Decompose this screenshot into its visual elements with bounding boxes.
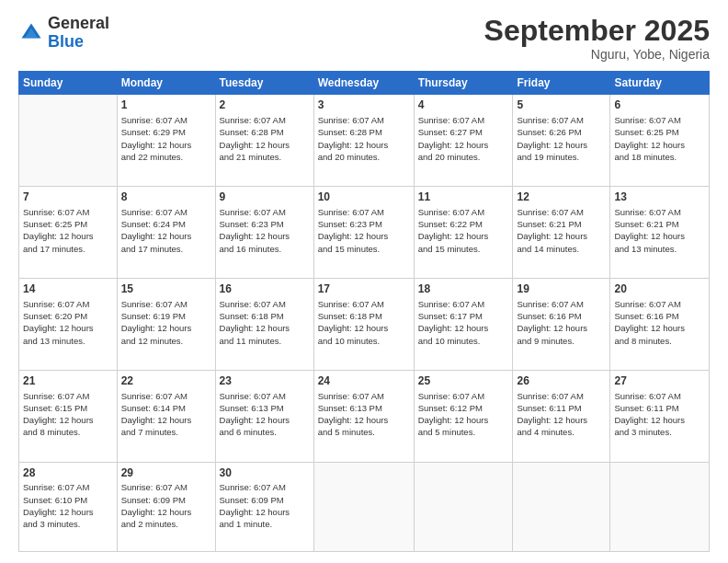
day-number: 26	[517, 373, 606, 389]
weekday-friday: Friday	[513, 72, 610, 95]
day-number: 14	[23, 282, 113, 297]
day-number: 17	[318, 282, 410, 297]
calendar-cell: 13Sunrise: 6:07 AM Sunset: 6:21 PM Dayli…	[610, 187, 710, 279]
day-info: Sunrise: 6:07 AM Sunset: 6:24 PM Dayligh…	[121, 206, 211, 255]
day-number: 8	[121, 190, 211, 205]
calendar-cell: 8Sunrise: 6:07 AM Sunset: 6:24 PM Daylig…	[117, 187, 215, 279]
day-info: Sunrise: 6:07 AM Sunset: 6:18 PM Dayligh…	[318, 298, 410, 347]
calendar-cell: 28Sunrise: 6:07 AM Sunset: 6:10 PM Dayli…	[19, 462, 118, 551]
day-info: Sunrise: 6:07 AM Sunset: 6:21 PM Dayligh…	[517, 206, 606, 255]
logo: General Blue	[18, 15, 109, 52]
day-number: 23	[220, 373, 310, 389]
calendar-week-0: 1Sunrise: 6:07 AM Sunset: 6:29 PM Daylig…	[19, 95, 710, 187]
day-info: Sunrise: 6:07 AM Sunset: 6:22 PM Dayligh…	[418, 206, 509, 255]
day-number: 20	[614, 282, 705, 297]
calendar-cell	[513, 462, 610, 551]
calendar-body: 1Sunrise: 6:07 AM Sunset: 6:29 PM Daylig…	[19, 95, 710, 552]
weekday-header: SundayMondayTuesdayWednesdayThursdayFrid…	[19, 72, 710, 95]
calendar-week-3: 21Sunrise: 6:07 AM Sunset: 6:15 PM Dayli…	[19, 370, 710, 462]
logo-text: General Blue	[48, 15, 109, 52]
title-block: September 2025 Nguru, Yobe, Nigeria	[484, 15, 710, 62]
day-info: Sunrise: 6:07 AM Sunset: 6:19 PM Dayligh…	[121, 298, 211, 347]
calendar-cell: 14Sunrise: 6:07 AM Sunset: 6:20 PM Dayli…	[19, 278, 118, 370]
day-info: Sunrise: 6:07 AM Sunset: 6:28 PM Dayligh…	[318, 114, 410, 163]
day-number: 15	[121, 282, 211, 297]
header: General Blue September 2025 Nguru, Yobe,…	[18, 15, 710, 62]
day-info: Sunrise: 6:07 AM Sunset: 6:11 PM Dayligh…	[614, 390, 705, 439]
day-info: Sunrise: 6:07 AM Sunset: 6:10 PM Dayligh…	[23, 481, 113, 530]
day-info: Sunrise: 6:07 AM Sunset: 6:28 PM Dayligh…	[220, 114, 310, 163]
day-number: 21	[23, 373, 113, 389]
calendar: SundayMondayTuesdayWednesdayThursdayFrid…	[18, 71, 710, 552]
day-number: 6	[614, 98, 705, 113]
calendar-cell	[313, 462, 414, 551]
calendar-cell: 15Sunrise: 6:07 AM Sunset: 6:19 PM Dayli…	[117, 278, 215, 370]
day-number: 19	[517, 282, 606, 297]
calendar-cell: 30Sunrise: 6:07 AM Sunset: 6:09 PM Dayli…	[215, 462, 313, 551]
day-number: 22	[121, 373, 211, 389]
day-info: Sunrise: 6:07 AM Sunset: 6:14 PM Dayligh…	[121, 390, 211, 439]
day-info: Sunrise: 6:07 AM Sunset: 6:16 PM Dayligh…	[517, 298, 606, 347]
calendar-cell	[19, 95, 118, 187]
weekday-tuesday: Tuesday	[215, 72, 313, 95]
day-info: Sunrise: 6:07 AM Sunset: 6:15 PM Dayligh…	[23, 390, 113, 439]
location: Nguru, Yobe, Nigeria	[484, 47, 710, 62]
logo-general: General	[48, 14, 109, 32]
day-number: 1	[121, 98, 211, 113]
weekday-sunday: Sunday	[19, 72, 118, 95]
day-info: Sunrise: 6:07 AM Sunset: 6:25 PM Dayligh…	[23, 206, 113, 255]
calendar-cell: 7Sunrise: 6:07 AM Sunset: 6:25 PM Daylig…	[19, 187, 118, 279]
day-number: 5	[517, 98, 606, 113]
day-number: 12	[517, 190, 606, 205]
calendar-cell: 3Sunrise: 6:07 AM Sunset: 6:28 PM Daylig…	[313, 95, 414, 187]
logo-icon	[18, 20, 44, 46]
calendar-cell: 22Sunrise: 6:07 AM Sunset: 6:14 PM Dayli…	[117, 370, 215, 462]
calendar-cell: 16Sunrise: 6:07 AM Sunset: 6:18 PM Dayli…	[215, 278, 313, 370]
weekday-thursday: Thursday	[414, 72, 513, 95]
calendar-cell: 9Sunrise: 6:07 AM Sunset: 6:23 PM Daylig…	[215, 187, 313, 279]
calendar-cell: 27Sunrise: 6:07 AM Sunset: 6:11 PM Dayli…	[610, 370, 710, 462]
calendar-cell: 20Sunrise: 6:07 AM Sunset: 6:16 PM Dayli…	[610, 278, 710, 370]
calendar-cell: 11Sunrise: 6:07 AM Sunset: 6:22 PM Dayli…	[414, 187, 513, 279]
day-info: Sunrise: 6:07 AM Sunset: 6:17 PM Dayligh…	[418, 298, 509, 347]
calendar-week-2: 14Sunrise: 6:07 AM Sunset: 6:20 PM Dayli…	[19, 278, 710, 370]
day-number: 11	[418, 190, 509, 205]
weekday-wednesday: Wednesday	[313, 72, 414, 95]
calendar-cell: 1Sunrise: 6:07 AM Sunset: 6:29 PM Daylig…	[117, 95, 215, 187]
calendar-cell: 10Sunrise: 6:07 AM Sunset: 6:23 PM Dayli…	[313, 187, 414, 279]
calendar-cell: 24Sunrise: 6:07 AM Sunset: 6:13 PM Dayli…	[313, 370, 414, 462]
day-info: Sunrise: 6:07 AM Sunset: 6:23 PM Dayligh…	[220, 206, 310, 255]
calendar-cell	[610, 462, 710, 551]
day-number: 24	[318, 373, 410, 389]
day-info: Sunrise: 6:07 AM Sunset: 6:13 PM Dayligh…	[220, 390, 310, 439]
calendar-cell: 18Sunrise: 6:07 AM Sunset: 6:17 PM Dayli…	[414, 278, 513, 370]
calendar-cell: 23Sunrise: 6:07 AM Sunset: 6:13 PM Dayli…	[215, 370, 313, 462]
day-number: 3	[318, 98, 410, 113]
calendar-cell: 29Sunrise: 6:07 AM Sunset: 6:09 PM Dayli…	[117, 462, 215, 551]
day-number: 28	[23, 465, 113, 481]
day-info: Sunrise: 6:07 AM Sunset: 6:09 PM Dayligh…	[220, 481, 310, 530]
day-info: Sunrise: 6:07 AM Sunset: 6:11 PM Dayligh…	[517, 390, 606, 439]
day-number: 2	[220, 98, 310, 113]
calendar-cell: 26Sunrise: 6:07 AM Sunset: 6:11 PM Dayli…	[513, 370, 610, 462]
weekday-saturday: Saturday	[610, 72, 710, 95]
day-number: 30	[220, 465, 310, 481]
day-info: Sunrise: 6:07 AM Sunset: 6:20 PM Dayligh…	[23, 298, 113, 347]
day-info: Sunrise: 6:07 AM Sunset: 6:21 PM Dayligh…	[614, 206, 705, 255]
day-number: 29	[121, 465, 211, 481]
weekday-monday: Monday	[117, 72, 215, 95]
day-number: 7	[23, 190, 113, 205]
calendar-cell: 4Sunrise: 6:07 AM Sunset: 6:27 PM Daylig…	[414, 95, 513, 187]
calendar-cell: 21Sunrise: 6:07 AM Sunset: 6:15 PM Dayli…	[19, 370, 118, 462]
logo-blue: Blue	[48, 32, 84, 51]
calendar-cell: 17Sunrise: 6:07 AM Sunset: 6:18 PM Dayli…	[313, 278, 414, 370]
day-number: 10	[318, 190, 410, 205]
day-info: Sunrise: 6:07 AM Sunset: 6:26 PM Dayligh…	[517, 114, 606, 163]
calendar-cell: 2Sunrise: 6:07 AM Sunset: 6:28 PM Daylig…	[215, 95, 313, 187]
page: General Blue September 2025 Nguru, Yobe,…	[0, 0, 728, 563]
calendar-cell: 5Sunrise: 6:07 AM Sunset: 6:26 PM Daylig…	[513, 95, 610, 187]
month-title: September 2025	[484, 15, 710, 47]
day-info: Sunrise: 6:07 AM Sunset: 6:27 PM Dayligh…	[418, 114, 509, 163]
day-info: Sunrise: 6:07 AM Sunset: 6:16 PM Dayligh…	[614, 298, 705, 347]
day-number: 9	[220, 190, 310, 205]
